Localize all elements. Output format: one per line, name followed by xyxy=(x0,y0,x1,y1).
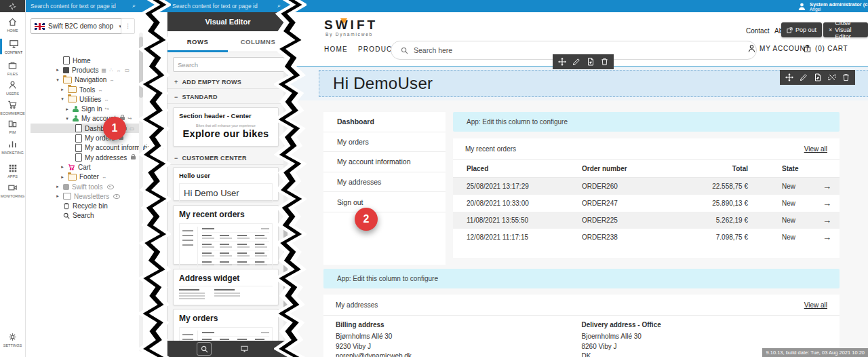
tree-item-navigation[interactable]: ▾Navigation↔ xyxy=(25,75,142,85)
tab-columns[interactable]: COLUMNS xyxy=(228,31,288,52)
orders-view-all-link[interactable]: View all xyxy=(804,145,827,153)
swift-logo[interactable]: SWIFT xyxy=(324,18,378,33)
order-row[interactable]: 25/08/2021 13:17:29ORDER26022.558,75 €Ne… xyxy=(453,178,840,195)
close-visual-editor-button[interactable]: × Close Visual Editor xyxy=(823,22,868,37)
expand-caret-icon[interactable]: ▸ xyxy=(60,87,65,92)
move-icon[interactable] xyxy=(558,58,566,66)
cart-icon xyxy=(68,164,75,171)
tree-item-swift-tools[interactable]: ▸Swift tools xyxy=(25,182,142,191)
rail-item-home[interactable]: HOME xyxy=(0,17,25,33)
rail-item-pim[interactable]: PIM xyxy=(0,119,25,134)
resize-icon: ↔ xyxy=(98,87,104,93)
tree-item-tools[interactable]: ▸Tools↔ xyxy=(25,85,142,94)
arrow-right-icon[interactable]: → xyxy=(823,181,844,191)
account-nav-my-account-information[interactable]: My account information xyxy=(323,152,446,172)
tree-item-products[interactable]: ▸Products▦∴↔▭ xyxy=(25,65,142,75)
tree-item-my-account[interactable]: ▾My account↪ xyxy=(25,114,142,124)
row-card-my-orders[interactable]: My orders xyxy=(173,309,279,341)
file-edit-icon[interactable] xyxy=(814,73,822,81)
section-standard[interactable]: −STANDARD xyxy=(167,91,295,104)
order-row[interactable]: 20/08/2021 10:33:00ORDER24725.890,13 €Ne… xyxy=(453,195,840,212)
tree-item-my-addresses[interactable]: My addresses xyxy=(25,153,142,162)
lock-icon xyxy=(159,146,163,149)
file-edit-icon[interactable] xyxy=(587,58,595,66)
ve-global-search-input[interactable]: Search content for text or page id xyxy=(172,3,258,10)
row-card-section-header[interactable]: Section header - Center Bikes that will … xyxy=(173,107,279,147)
billing-address: Billing address Bjørnholms Allé 30 9230 … xyxy=(336,321,582,357)
rail-item-settings[interactable]: SETTINGS xyxy=(0,332,25,347)
storefront-nav-home[interactable]: HOME xyxy=(324,45,348,53)
tree-item-newsletters[interactable]: ▸Newsletters xyxy=(25,191,142,201)
site-options-button[interactable]: ⋮ xyxy=(121,18,135,34)
trash-icon[interactable] xyxy=(842,73,850,81)
expand-caret-icon[interactable]: ▸ xyxy=(55,193,60,199)
account-nav-dashboard[interactable]: Dashboard xyxy=(323,112,446,132)
order-row[interactable]: 11/08/2021 13:55:50ORDER2255.262,19 €New… xyxy=(453,212,840,229)
row-card-address-widget[interactable]: Address widget xyxy=(173,269,279,305)
gear-icon xyxy=(7,332,18,342)
rail-item-marketing[interactable]: MARKETING xyxy=(0,139,25,155)
user-menu[interactable]: System administrator (cbo Angel xyxy=(793,0,868,12)
tree-item-utilities[interactable]: ▾Utilities↔ xyxy=(25,94,142,104)
pencil-icon[interactable] xyxy=(572,58,580,66)
tree-item-home[interactable]: Home xyxy=(25,56,142,65)
rail-item-apps[interactable]: APPS xyxy=(0,164,25,178)
dynamicweb-logo-icon[interactable] xyxy=(0,0,25,12)
link-contact[interactable]: Contact xyxy=(746,27,769,35)
account-nav-my-addresses[interactable]: My addresses xyxy=(323,172,446,193)
collapse-caret-icon[interactable]: ▾ xyxy=(60,96,65,102)
account-nav-sign-out[interactable]: Sign out xyxy=(323,192,446,212)
user-avatar-icon xyxy=(797,2,806,11)
addresses-view-all-link[interactable]: View all xyxy=(804,301,827,309)
row-card-hello-user[interactable]: Hello user Hi Demo User xyxy=(173,167,279,201)
section-customer-center[interactable]: −CUSTOMER CENTER xyxy=(167,152,295,165)
my-account-link[interactable]: MY ACCOUNT xyxy=(747,44,810,53)
ve-search-input[interactable]: Search⌕ xyxy=(173,57,291,72)
collapse-caret-icon[interactable]: ▾ xyxy=(64,116,70,121)
home-icon xyxy=(7,17,18,27)
expand-caret-icon[interactable]: ▸ xyxy=(60,174,65,180)
tree-item-footer[interactable]: ▸Footer↔ xyxy=(25,172,142,182)
arrow-right-icon[interactable]: → xyxy=(823,215,844,225)
tree-scrollbar[interactable] xyxy=(139,33,143,352)
rail-item-ecommerce[interactable]: ECOMMERCE xyxy=(0,100,25,115)
collapse-panel-icon[interactable]: ◂ xyxy=(283,18,286,24)
expand-caret-icon[interactable]: ▸ xyxy=(55,184,60,189)
rail-item-content[interactable]: CONTENT xyxy=(0,39,25,54)
tree-item-cart[interactable]: ▸Cart xyxy=(25,162,142,172)
pencil-icon[interactable] xyxy=(800,73,808,81)
magnifier-icon xyxy=(201,345,208,353)
row-card-my-recent-orders[interactable]: My recent orders xyxy=(173,205,279,265)
tab-rows[interactable]: ROWS xyxy=(167,31,228,52)
collapse-caret-icon[interactable]: ▾ xyxy=(55,77,60,83)
expand-caret-icon[interactable]: ▸ xyxy=(55,67,60,73)
arrow-right-icon[interactable]: → xyxy=(823,232,844,242)
device-preview-button[interactable] xyxy=(238,343,252,355)
addresses-title: My addresses xyxy=(336,301,378,309)
unlink-icon[interactable] xyxy=(828,73,836,81)
rail-item-monitoring[interactable]: MONITORING xyxy=(0,183,25,198)
rail-item-files[interactable]: FILES xyxy=(0,60,25,76)
preview-search-mode-button[interactable] xyxy=(197,342,212,356)
rail-item-users[interactable]: USERS xyxy=(0,80,25,96)
search-icon[interactable]: ⌕ xyxy=(132,2,136,10)
trash-icon[interactable] xyxy=(601,58,608,66)
tree-item-search[interactable]: Search xyxy=(25,211,142,221)
user-icon xyxy=(7,80,18,90)
expand-caret-icon[interactable]: ▸ xyxy=(64,107,70,112)
tree-item-recycle-bin[interactable]: Recycle bin xyxy=(25,202,142,211)
section-add-empty-rows[interactable]: +ADD EMPTY ROWS xyxy=(167,76,295,89)
global-search-input[interactable]: Search content for text or page id xyxy=(31,3,116,10)
order-row[interactable]: 12/08/2021 11:17:15ORDER2387.098,75 €New… xyxy=(453,229,840,246)
site-selector-dropdown[interactable]: Swift B2C demo shop ▾ xyxy=(31,18,125,34)
tree-item-sign-in[interactable]: ▸Sign in↪ xyxy=(25,105,142,114)
arrow-right-icon[interactable]: → xyxy=(823,198,844,208)
move-icon[interactable] xyxy=(785,73,793,81)
pop-out-button[interactable]: Pop out xyxy=(781,22,822,37)
search-icon[interactable]: ⌕ xyxy=(277,2,281,10)
cart-link[interactable]: (0) CART xyxy=(803,44,848,53)
tree-item-my-orders[interactable]: My orders xyxy=(25,133,142,143)
account-nav-my-orders[interactable]: My orders xyxy=(323,132,446,153)
tree-item-my-account-information[interactable]: My account information xyxy=(25,143,142,153)
expand-caret-icon[interactable]: ▸ xyxy=(60,164,65,170)
